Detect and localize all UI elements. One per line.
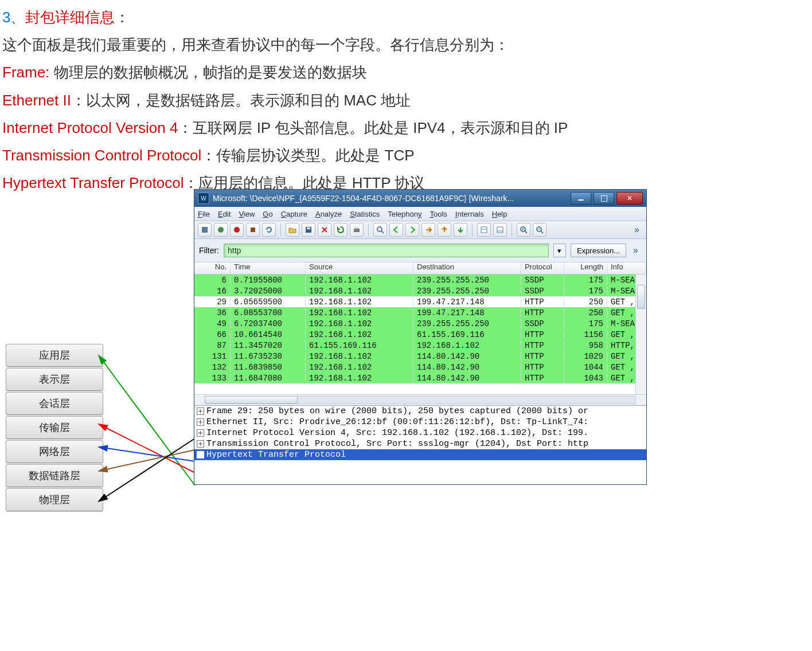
packet-details[interactable]: Frame 29: 250 bytes on wire (2000 bits),… [194,405,646,484]
heading-line: 3、封包详细信息： [2,5,805,30]
col-info-header[interactable]: Info [607,262,646,274]
autoscroll-icon[interactable] [493,223,507,237]
stop-capture-icon[interactable] [246,223,260,237]
col-destination-header[interactable]: Destination [413,262,521,274]
expression-button[interactable]: Expression... [571,244,626,257]
menu-help[interactable]: Help [492,210,508,218]
cell: HTTP [521,352,564,361]
app-icon: W [198,193,209,204]
cell: 3.72025000 [231,287,306,296]
expand-icon[interactable] [197,429,204,437]
col-length-header[interactable]: Length [564,262,607,274]
start-capture-icon[interactable] [230,223,244,237]
close-button[interactable]: ✕ [616,192,643,205]
wireshark-window: W Microsoft: \Device\NPF_{A9559F22-1504-… [194,189,647,485]
filter-value: http [228,246,241,255]
go-forward-icon[interactable] [405,223,419,237]
menu-capture[interactable]: Capture [281,210,307,218]
cell: 61.155.169.116 [306,341,413,350]
horizontal-scrollbar[interactable] [194,394,646,405]
detail-ip[interactable]: Internet Protocol Version 4, Src: 192.16… [194,428,646,438]
menu-statistics[interactable]: Statistics [350,210,380,218]
cell: 6.72037400 [231,319,306,328]
menu-tools[interactable]: Tools [430,210,447,218]
menu-view[interactable]: View [239,210,255,218]
cell: 192.168.1.102 [306,352,413,361]
packet-row[interactable]: 13311.6847080192.168.1.102114.80.142.90H… [194,372,646,383]
expand-icon[interactable] [197,440,204,448]
vertical-scrollbar[interactable] [635,274,646,394]
interfaces-icon[interactable] [198,223,212,237]
restart-capture-icon[interactable] [262,223,276,237]
expand-icon[interactable] [197,451,204,458]
packet-row[interactable]: 13111.6735230192.168.1.102114.80.142.90H… [194,351,646,362]
tcp-text: ：传输层协议类型。此处是 TCP [201,147,414,164]
filter-input[interactable]: http [224,244,549,257]
menubar: File Edit View Go Capture Analyze Statis… [194,207,646,221]
tcp-line: Transmission Control Protocol：传输层协议类型。此处… [2,143,805,168]
packet-list[interactable]: 60.71955800192.168.1.102239.255.255.250S… [194,274,646,394]
colorize-icon[interactable] [477,223,491,237]
packet-row[interactable]: 496.72037400192.168.1.102239.255.255.250… [194,318,646,329]
open-icon[interactable] [286,223,299,237]
filter-dropdown-icon[interactable]: ▾ [553,244,566,257]
zoom-out-icon[interactable] [533,223,546,237]
cell: SSDP [521,276,564,285]
packet-row[interactable]: 13211.6839850192.168.1.102114.80.142.90H… [194,362,646,372]
svg-rect-12 [355,227,358,229]
cell: 175 [564,287,607,296]
svg-line-14 [381,231,384,233]
find-icon[interactable] [373,223,387,237]
cell: 192.168.1.102 [306,363,413,372]
detail-http[interactable]: Hypertext Transfer Protocol [194,449,646,460]
save-icon[interactable] [302,223,315,237]
go-to-icon[interactable] [421,223,435,237]
packet-row[interactable]: 296.05659500192.168.1.102199.47.217.148H… [194,296,646,307]
col-no-header[interactable]: No. [194,262,231,274]
osi-layer-application: 应用层 [6,344,103,367]
menu-analyze[interactable]: Analyze [315,210,342,218]
cell: 192.168.1.102 [306,287,413,296]
cell: 49 [194,319,231,328]
tcp-label: Transmission Control Protocol [2,147,201,164]
col-time-header[interactable]: Time [231,262,306,274]
titlebar[interactable]: W Microsoft: \Device\NPF_{A9559F22-1504-… [194,190,646,207]
menu-internals[interactable]: Internals [455,210,484,218]
menu-telephony[interactable]: Telephony [388,210,421,218]
detail-frame[interactable]: Frame 29: 250 bytes on wire (2000 bits),… [194,406,646,417]
close-file-icon[interactable] [318,223,331,237]
packet-row[interactable]: 8711.345702061.155.169.116192.168.1.102H… [194,340,646,351]
zoom-in-icon[interactable] [517,223,530,237]
packet-row[interactable]: 60.71955800192.168.1.102239.255.255.250S… [194,274,646,285]
frame-line: Frame: 物理层的数据帧概况，帧指的是要发送的数据块 [2,60,805,85]
packet-row[interactable]: 366.08553700192.168.1.102199.47.217.148H… [194,307,646,318]
detail-tcp-text: Transmission Control Protocol, Src Port:… [206,439,588,449]
cell: 250 [564,297,607,307]
detail-tcp[interactable]: Transmission Control Protocol, Src Port:… [194,438,646,449]
menu-edit[interactable]: Edit [218,210,231,218]
cell: 192.168.1.102 [306,308,413,317]
expand-icon[interactable] [197,407,204,415]
menu-file[interactable]: File [198,210,210,218]
col-protocol-header[interactable]: Protocol [521,262,564,274]
svg-rect-17 [497,227,503,233]
detail-ethernet[interactable]: Ethernet II, Src: Prodrive_26:12:bf (00:… [194,417,646,428]
reload-icon[interactable] [334,223,348,237]
packet-row[interactable]: 6610.6614540192.168.1.10261.155.169.116H… [194,329,646,340]
go-last-icon[interactable] [454,223,467,237]
minimize-button[interactable] [571,192,591,205]
toolbar-overflow-icon[interactable]: » [634,225,643,235]
print-icon[interactable] [350,223,364,237]
osi-stack: 应用层 表示层 会话层 传输层 网络层 数据链路层 物理层 [6,344,103,512]
maximize-button[interactable] [594,192,614,205]
go-back-icon[interactable] [389,223,403,237]
menu-go[interactable]: Go [263,210,272,218]
go-first-icon[interactable] [438,223,451,237]
svg-point-13 [377,227,382,232]
options-icon[interactable] [214,223,228,237]
osi-layer-physical: 物理层 [6,488,103,511]
expand-icon[interactable] [197,418,204,426]
col-source-header[interactable]: Source [306,262,413,274]
packet-row[interactable]: 163.72025000192.168.1.102239.255.255.250… [194,285,646,296]
filter-overflow-icon[interactable]: » [633,245,642,256]
